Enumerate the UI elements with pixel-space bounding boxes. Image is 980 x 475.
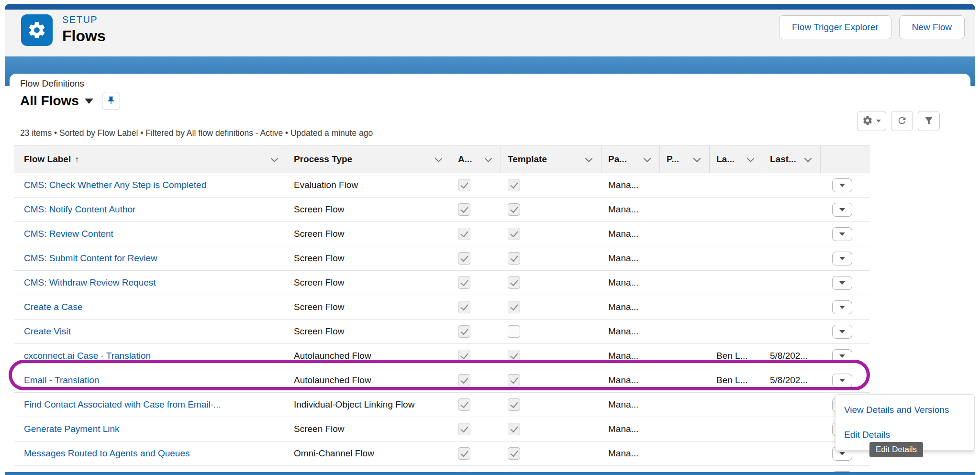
- column-chevron-down-icon[interactable]: [485, 155, 492, 163]
- package-state-cell: Mana...: [601, 173, 660, 197]
- row-actions-button[interactable]: [832, 276, 852, 290]
- row-actions-button[interactable]: [832, 300, 852, 314]
- column-header-last[interactable]: Last...: [763, 146, 821, 173]
- package-state-cell: Mana...: [601, 417, 660, 441]
- flow-link[interactable]: CMS: Review Content: [24, 229, 113, 239]
- template-checkbox: [508, 228, 520, 240]
- last-modified-by-cell: Ben L...: [710, 466, 763, 472]
- package-state-cell: Mana...: [601, 442, 660, 465]
- flow-link[interactable]: CMS: Check Whether Any Step is Completed: [24, 180, 206, 190]
- column-chevron-down-icon[interactable]: [804, 155, 812, 163]
- column-chevron-down-icon[interactable]: [585, 155, 593, 163]
- package-state-cell: Mana...: [601, 320, 660, 343]
- process-type-cell: Screen Flow: [287, 198, 451, 221]
- last-modified-date-cell: [763, 173, 821, 197]
- package-state-cell: Mana...: [601, 368, 660, 392]
- template-checkbox: [508, 252, 520, 265]
- dropdown-triangle-icon: [839, 379, 845, 382]
- flow-link[interactable]: Messages Routed to Agents and Queues: [24, 448, 189, 459]
- last-modified-by-cell: [710, 246, 763, 270]
- row-actions-button[interactable]: [832, 252, 852, 265]
- last-modified-date-cell: [763, 198, 821, 221]
- column-header-la[interactable]: La...: [710, 146, 763, 173]
- flow-link[interactable]: Create a Case: [24, 302, 83, 312]
- column-chevron-down-icon[interactable]: [644, 155, 651, 163]
- package-state-cell: Mana...: [601, 393, 660, 417]
- column-header-actions[interactable]: [821, 146, 870, 173]
- dropdown-triangle-icon: [839, 281, 845, 285]
- flow-link[interactable]: Create Visit: [24, 326, 71, 337]
- process-type-cell: Screen Flow: [287, 295, 451, 319]
- bottom-window-edge: [5, 472, 975, 475]
- refresh-button[interactable]: [891, 111, 913, 131]
- table-header-row: Flow Label↑Process TypeA...TemplatePa...…: [14, 145, 870, 173]
- filter-button[interactable]: [918, 111, 940, 131]
- table-row: CMS: Notify Content AuthorScreen FlowMan…: [14, 198, 870, 222]
- column-header-a[interactable]: A...: [451, 146, 501, 173]
- process-type-cell: Screen Flow: [287, 417, 451, 441]
- page-title: Flows: [62, 27, 106, 45]
- column-header-process-type[interactable]: Process Type: [287, 146, 451, 173]
- active-checkbox: [458, 325, 470, 338]
- pin-icon: [106, 96, 116, 107]
- column-header-p[interactable]: P...: [660, 146, 710, 173]
- column-chevron-down-icon[interactable]: [747, 155, 755, 163]
- table-body: CMS: Check Whether Any Step is Completed…: [14, 173, 870, 472]
- last-modified-date-cell: [763, 393, 821, 417]
- flow-link[interactable]: Find Contact Associated with Case from E…: [24, 399, 221, 410]
- column-header-pa[interactable]: Pa...: [601, 146, 660, 173]
- last-modified-by-cell: [710, 295, 763, 319]
- menu-item-view-details-and-versions[interactable]: View Details and Versions: [835, 398, 974, 422]
- last-modified-date-cell: [763, 271, 821, 295]
- view-selector-caret-icon[interactable]: [85, 99, 93, 104]
- list-view-header: Flow Definitions All Flows 23 items • So…: [10, 74, 970, 145]
- flow-link[interactable]: CMS: Notify Content Author: [24, 204, 135, 215]
- last-modified-date-cell: [763, 246, 821, 270]
- template-checkbox: [508, 203, 520, 216]
- filter-icon: [924, 115, 934, 127]
- table-row: cxconnect.ai Case - TranslationAutolaunc…: [14, 344, 870, 368]
- flow-link[interactable]: Email - Translation: [24, 375, 99, 386]
- setup-header: SETUP Flows Flow Trigger Explorer New Fl…: [5, 10, 975, 56]
- active-checkbox: [458, 179, 470, 191]
- dropdown-triangle-icon: [839, 208, 845, 211]
- active-checkbox: [458, 374, 470, 387]
- row-actions-button[interactable]: [832, 325, 852, 339]
- active-checkbox: [458, 398, 470, 411]
- flow-trigger-explorer-button[interactable]: Flow Trigger Explorer: [779, 15, 891, 39]
- new-flow-button[interactable]: New Flow: [899, 15, 965, 39]
- list-settings-button[interactable]: [857, 111, 886, 131]
- last-modified-date-cell: 5/8/202...: [763, 368, 821, 392]
- list-tools: [857, 111, 940, 131]
- flow-link[interactable]: cxconnect.ai Case - Translation: [24, 351, 151, 361]
- row-actions-button[interactable]: [832, 227, 852, 241]
- row-actions-button[interactable]: [832, 203, 852, 217]
- table-row: Create a CaseScreen FlowMana...: [14, 295, 870, 320]
- last-modified-by-cell: [710, 173, 763, 197]
- column-chevron-down-icon[interactable]: [271, 155, 278, 163]
- last-modified-date-cell: [763, 442, 821, 465]
- last-modified-by-cell: [710, 417, 763, 441]
- row-actions-button[interactable]: [832, 374, 852, 387]
- column-chevron-down-icon[interactable]: [693, 155, 701, 163]
- dropdown-triangle-icon: [839, 330, 845, 333]
- column-header-flow-label[interactable]: Flow Label↑: [14, 146, 287, 173]
- flow-link[interactable]: CMS: Withdraw Review Request: [24, 277, 156, 288]
- process-type-cell: Autolaunched Flow: [287, 368, 451, 392]
- table-row: Opportunity Create FlowAutolaunched Flow…: [14, 466, 870, 472]
- column-header-template[interactable]: Template: [501, 146, 601, 173]
- pin-list-button[interactable]: [102, 92, 120, 110]
- settings-caret-icon: [876, 120, 881, 122]
- global-header-strip: [5, 4, 975, 10]
- flow-link[interactable]: Generate Payment Link: [24, 424, 120, 434]
- row-actions-button[interactable]: [832, 178, 852, 192]
- dropdown-triangle-icon: [839, 232, 845, 236]
- setup-label: SETUP: [62, 14, 106, 25]
- setup-flows-gear-icon: [21, 14, 53, 46]
- view-selector[interactable]: All Flows: [20, 93, 79, 109]
- flow-link[interactable]: CMS: Submit Content for Review: [24, 253, 157, 264]
- row-actions-button[interactable]: [832, 349, 852, 363]
- last-modified-date-cell: [763, 295, 821, 319]
- column-chevron-down-icon[interactable]: [435, 155, 443, 163]
- table-row: CMS: Review ContentScreen FlowMana...: [14, 222, 870, 246]
